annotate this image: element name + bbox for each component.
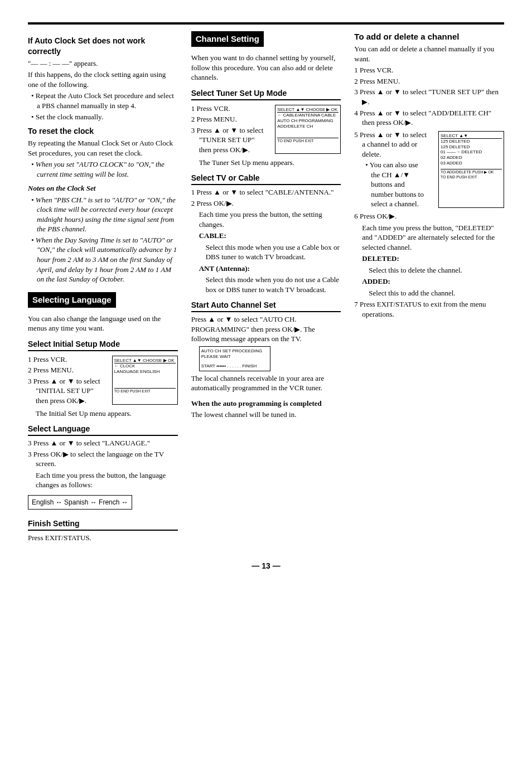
column-2: Channel Setting When you want to do chan… xyxy=(191,31,341,544)
osd-line: 01 ——→ DELETED xyxy=(441,149,502,155)
osd-line: 125 DELETED xyxy=(441,139,502,144)
column-1: If Auto Clock Set does not work correctl… xyxy=(28,31,178,544)
column-3: To add or delete a channel You can add o… xyxy=(354,31,504,544)
osd-line: AUTO CH SET PROCEEDING xyxy=(201,348,268,354)
c1-s5: 3 Press OK/▶ to select the language on t… xyxy=(28,449,178,469)
c3-s2: 2 Press MENU. xyxy=(354,76,504,86)
osd-footer: TO ADD/DELETE PUSH ▶ OK TO END PUSH EXIT xyxy=(441,169,502,180)
osd-line: AUTO CH PROGRAMMING xyxy=(277,118,338,124)
osd-header: SELECT ▲▼ CHOOSE ▶ OK xyxy=(114,358,176,364)
c2-s4: 1 Press ▲ or ▼ to select "CABLE/ANTENNA.… xyxy=(191,187,341,197)
c1-h3: Notes on the Clock Set xyxy=(28,183,178,193)
c3-p1: You can add or delete a channel manually… xyxy=(354,44,504,64)
osd-line: LANGUAGE ENGLISH xyxy=(114,369,176,375)
osd-line: PLEASE WAIT xyxy=(201,354,268,360)
c3-s5n: • You can also use the CH ▲/▼ buttons an… xyxy=(364,160,427,209)
c1-n3: • When the Day Saving Time is set to "AU… xyxy=(30,235,178,284)
c1-s3: 3 Press ▲ or ▼ to select "INITIAL SET UP… xyxy=(28,376,101,406)
ant-text: Select this mode when you do not use a C… xyxy=(206,275,341,294)
cable-heading: CABLE: xyxy=(199,231,341,241)
c3-h1: To add or delete a channel xyxy=(354,31,504,42)
c1-s4: 3 Press ▲ or ▼ to select "LANGUAGE." xyxy=(28,438,178,448)
deleted-text: Select this to delete the channel. xyxy=(369,265,504,275)
osd-footer: TO END PUSH EXIT xyxy=(277,138,338,143)
c1-s3b: The Initial Set Up menu appears. xyxy=(36,409,178,419)
osd-line: ← CABLE/ANTENNA CABLE xyxy=(277,113,338,118)
top-rule xyxy=(28,22,504,25)
osd-tuner-setup: SELECT ▲▼ CHOOSE ▶ OK ← CABLE/ANTENNA CA… xyxy=(275,105,341,154)
c3-s4: 4 Press ▲ or ▼ to select "ADD/DELETE CH"… xyxy=(354,108,504,128)
c1-sub2: Select Language xyxy=(28,424,178,436)
c2-s5: 2 Press OK/▶. xyxy=(191,198,341,208)
c2-sub1: Select Tuner Set Up Mode xyxy=(191,88,341,100)
c3-s5: 5 Press ▲ or ▼ to select a channel to ad… xyxy=(354,130,427,159)
osd-line: ← CLOCK xyxy=(114,363,176,369)
c1-sub3: Finish Setting xyxy=(28,518,178,531)
osd-add-delete: SELECT ▲▼ 125 DELETED 125 DELETED 01 ——→… xyxy=(438,131,504,208)
c3-s7: 7 Press EXIT/STATUS to exit from the men… xyxy=(354,299,504,319)
c2-p1: When you want to do channel setting by y… xyxy=(191,53,341,83)
c1-p2: If this happens, do the clock setting ag… xyxy=(28,70,178,89)
c2-s3b: The Tuner Set Up menu appears. xyxy=(199,158,341,168)
c2-p3: The local channels receivable in your ar… xyxy=(191,374,341,393)
c1-b1: • Repeat the Auto Clock Set procedure an… xyxy=(30,91,178,110)
page-number: — 13 — xyxy=(28,561,504,571)
cable-text: Select this mode when you use a Cable bo… xyxy=(206,243,341,262)
c1-p4: You can also change the language used on… xyxy=(28,314,178,333)
osd-line: 03 ADDED xyxy=(441,161,502,166)
osd-header: SELECT ▲▼ CHOOSE ▶ OK xyxy=(277,107,338,113)
c1-bar-selecting-language: Selecting Language xyxy=(28,292,116,308)
c2-s2: 2 Press MENU. xyxy=(191,114,264,124)
added-heading: ADDED: xyxy=(362,277,504,287)
c2-sub3: Start Auto Channel Set xyxy=(191,300,341,312)
c2-bar-channel-setting: Channel Setting xyxy=(191,31,264,47)
c1-b2: • Set the clock manually. xyxy=(30,112,178,122)
deleted-heading: DELETED: xyxy=(362,254,504,264)
osd-auto-ch-proceeding: AUTO CH SET PROCEEDING PLEASE WAIT START… xyxy=(199,346,270,371)
c1-n2: • When "PBS CH." is set to "AUTO" or "ON… xyxy=(30,195,178,234)
c1-n1: • When you set "AUTO CLOCK" to "ON," the… xyxy=(30,159,178,179)
osd-line: START ▪▪▪▪▪▪ . . . . . . FINISH xyxy=(201,363,268,369)
osd-line: 02 ADDED xyxy=(441,155,502,161)
added-text: Select this to add the channel. xyxy=(369,288,504,298)
c2-s1: 1 Press VCR. xyxy=(191,104,264,114)
osd-line: ADD/DELETE CH xyxy=(277,124,338,129)
c1-s6: Press EXIT/STATUS. xyxy=(28,533,178,543)
c2-s5b: Each time you press the button, the sett… xyxy=(199,210,341,229)
c3-s1: 1 Press VCR. xyxy=(354,65,504,75)
c1-h2: To reset the clock xyxy=(28,126,178,137)
osd-header: SELECT ▲▼ xyxy=(441,133,502,139)
c3-s6b: Each time you press the button, "DELETED… xyxy=(362,223,504,253)
ant-heading: ANT (Antenna): xyxy=(199,264,341,274)
c3-s3: 3 Press ▲ or ▼ to select "TUNER SET UP" … xyxy=(354,87,504,106)
language-cycle-box: English ↔ Spanish ↔ French ↔ xyxy=(28,495,132,510)
osd-initial-setup: SELECT ▲▼ CHOOSE ▶ OK ← CLOCK LANGUAGE E… xyxy=(112,356,178,405)
c2-p4: The lowest channel will be tuned in. xyxy=(191,410,341,420)
c1-s2: 2 Press MENU. xyxy=(28,365,101,375)
osd-line: 125 DELETED xyxy=(441,144,502,150)
c1-sub1: Select Initial Setup Mode xyxy=(28,339,178,351)
c2-sub2: Select TV or Cable xyxy=(191,173,341,185)
c2-p2: Press ▲ or ▼ to select "AUTO CH. PROGRAM… xyxy=(191,314,341,344)
c1-h1: If Auto Clock Set does not work correctl… xyxy=(28,36,178,57)
c1-p3: By repeating the Manual Clock Set or Aut… xyxy=(28,138,178,158)
c2-h4: When the auto programming is completed xyxy=(191,399,341,409)
osd-footer: TO END PUSH EXIT xyxy=(114,388,176,394)
c1-s1: 1 Press VCR. xyxy=(28,355,101,365)
c3-s6: 6 Press OK/▶. xyxy=(354,211,504,221)
c1-s5b: Each time you press the button, the lang… xyxy=(36,471,178,490)
c2-s3: 3 Press ▲ or ▼ to select "TUNER SET UP" … xyxy=(191,125,264,155)
three-column-layout: If Auto Clock Set does not work correctl… xyxy=(28,31,504,544)
c1-p1: "— — : — —" appears. xyxy=(28,59,178,69)
